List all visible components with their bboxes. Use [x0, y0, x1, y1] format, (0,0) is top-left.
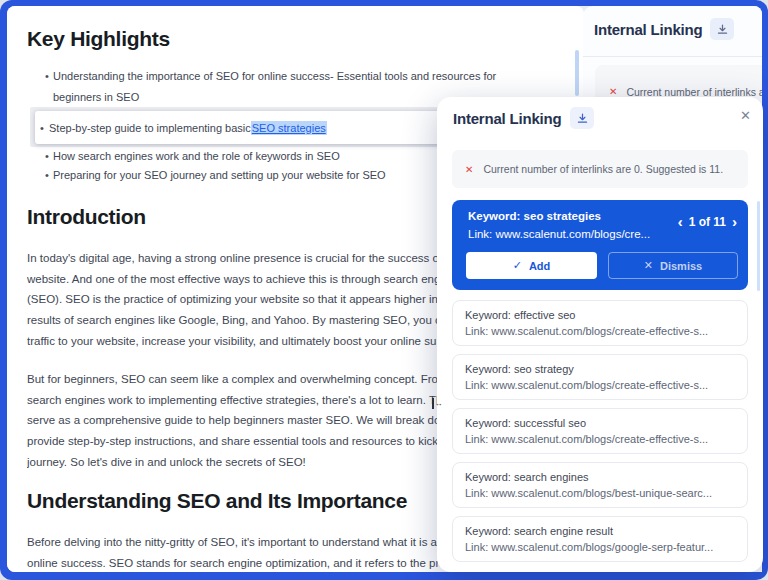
keyword-suggestion-card[interactable]: Keyword: successful seo Link: www.scalen…	[452, 408, 748, 454]
download-icon[interactable]	[710, 18, 734, 40]
paragraph-line: journey. So let's dive in and unlock the…	[27, 452, 440, 473]
suggestion-keyword: Keyword: successful seo	[465, 415, 735, 431]
app-window: Key Highlights •Understanding the import…	[0, 0, 768, 580]
panel-divider	[583, 56, 762, 57]
modal-scrollbar[interactable]	[757, 201, 760, 291]
suggestion-keyword: Keyword: effective seo	[465, 307, 735, 323]
paragraph-line: Before delving into the nitty-gritty of …	[27, 532, 440, 553]
paragraph-line: In today's digital age, having a strong …	[27, 248, 440, 269]
bullet-item-1-line-1: •Understanding the importance of SEO for…	[45, 70, 496, 82]
suggestion-link: Link: www.scalenut.com/blogs/create-effe…	[465, 323, 735, 340]
paragraph-line: serve as a comprehensive guide to help b…	[27, 410, 440, 431]
close-icon[interactable]: ✕	[740, 108, 751, 124]
suggestion-link: Link: www.scalenut.com/blogs/google-serp…	[465, 539, 735, 556]
download-icon[interactable]	[570, 107, 594, 129]
doc-paragraph-3: Before delving into the nitty-gritty of …	[27, 532, 440, 572]
bullet-marker: •	[40, 122, 49, 134]
suggestion-pager: ‹ 1 of 11 ›	[678, 215, 737, 229]
bullet-item-2-highlight-card[interactable]: •Step-by-step guide to implementing basi…	[35, 111, 453, 144]
mouse-cursor: ↔	[431, 398, 443, 409]
side-panel-title: Internal Linking	[594, 21, 702, 38]
suggestion-link: Link: www.scalenut.com/blogs/create-effe…	[465, 377, 735, 394]
internal-linking-modal: Internal Linking ✕ ✕ Current number of i…	[437, 97, 763, 572]
bullet-marker: •	[45, 150, 53, 162]
next-icon[interactable]: ›	[732, 215, 737, 229]
active-link: Link: www.scalenut.com/blogs/cre...	[468, 228, 650, 240]
suggestion-link: Link: www.scalenut.com/blogs/create-effe…	[465, 431, 735, 448]
paragraph-line: website. And one of the most effective w…	[27, 269, 440, 290]
pager-label: 1 of 11	[689, 215, 726, 229]
error-cross-icon: ✕	[609, 86, 617, 97]
seo-strategies-link[interactable]: SEO strategies	[251, 121, 327, 135]
bullet-item-3: •How search engines work and the role of…	[45, 150, 340, 162]
interlinks-alert: ✕ Current number of interlinks are 0. Su…	[452, 150, 748, 188]
document-scrollbar[interactable]	[575, 50, 579, 96]
bullet-item-4: •Preparing for your SEO journey and sett…	[45, 169, 386, 181]
keyword-suggestion-card[interactable]: Keyword: search engine result Link: www.…	[452, 516, 748, 562]
suggestion-keyword: Keyword: seo strategy	[465, 361, 735, 377]
paragraph-line: But for beginners, SEO can seem like a c…	[27, 369, 440, 390]
active-suggestion-card[interactable]: Keyword: seo strategies Link: www.scalen…	[452, 200, 748, 290]
error-cross-icon: ✕	[465, 164, 473, 175]
suggestion-keyword: Keyword: search engine result	[465, 523, 735, 539]
doc-heading-key-highlights: Key Highlights	[27, 27, 170, 51]
x-icon: ✕	[644, 259, 653, 272]
add-button-label: Add	[529, 260, 550, 272]
active-keyword: Keyword: seo strategies	[468, 210, 601, 222]
paragraph-line: traffic to your website, increase your v…	[27, 331, 440, 352]
paragraph-line: results of search engines like Google, B…	[27, 310, 440, 331]
paragraph-line: (SEO). SEO is the practice of optimizing…	[27, 289, 440, 310]
bullet-item-2-text: Step-by-step guide to implementing basic	[49, 122, 251, 134]
doc-heading-introduction: Introduction	[27, 205, 146, 229]
paragraph-line: provide step-by-step instructions, and s…	[27, 431, 440, 452]
doc-paragraph-2: But for beginners, SEO can seem like a c…	[27, 369, 440, 473]
dismiss-button[interactable]: ✕ Dismiss	[608, 252, 738, 279]
keyword-suggestion-card[interactable]: Keyword: search engines Link: www.scalen…	[452, 462, 748, 508]
doc-heading-understanding-seo: Understanding SEO and Its Importance	[27, 489, 407, 513]
bullet-marker: •	[45, 169, 53, 181]
paragraph-line: online success. SEO stands for search en…	[27, 553, 440, 572]
doc-paragraph-1: In today's digital age, having a strong …	[27, 248, 440, 352]
suggestion-link: Link: www.scalenut.com/blogs/best-unique…	[465, 485, 735, 502]
keyword-suggestion-card[interactable]: Keyword: effective seo Link: www.scalenu…	[452, 300, 748, 346]
add-button[interactable]: ✓ Add	[466, 252, 597, 279]
interlinks-alert-text: Current number of interlinks are 0. Sugg…	[483, 163, 723, 175]
prev-icon[interactable]: ‹	[678, 215, 683, 229]
bullet-item-1-line-2: beginners in SEO	[53, 91, 139, 103]
keyword-suggestion-card[interactable]: Keyword: seo strategy Link: www.scalenut…	[452, 354, 748, 400]
dismiss-button-label: Dismiss	[660, 260, 702, 272]
check-icon: ✓	[513, 259, 522, 272]
paragraph-line: search engines work to implementing effe…	[27, 390, 440, 411]
modal-title: Internal Linking	[453, 110, 561, 127]
suggestion-keyword: Keyword: search engines	[465, 469, 735, 485]
bullet-marker: •	[45, 70, 53, 82]
